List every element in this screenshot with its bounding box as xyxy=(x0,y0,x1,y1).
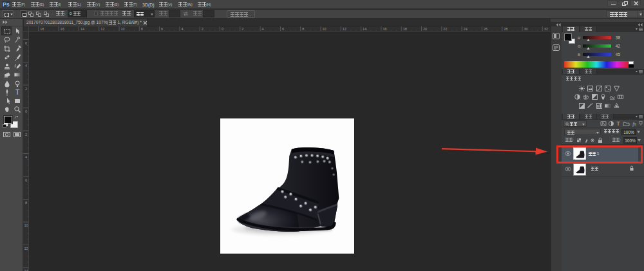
svg-text:T: T xyxy=(616,120,620,127)
svg-text:2: 2 xyxy=(25,133,27,136)
svg-text:6: 6 xyxy=(282,27,284,31)
svg-text:6: 6 xyxy=(25,178,27,182)
svg-text:6: 6 xyxy=(25,41,27,45)
svg-text:T: T xyxy=(15,88,19,96)
svg-text:12: 12 xyxy=(24,247,28,250)
svg-text:10: 10 xyxy=(24,223,28,227)
svg-text:8: 8 xyxy=(302,27,304,31)
svg-text:4: 4 xyxy=(181,27,183,31)
svg-text:8: 8 xyxy=(141,27,143,31)
svg-text:2: 2 xyxy=(202,27,204,31)
svg-text:fx: fx xyxy=(632,121,636,127)
svg-text:0: 0 xyxy=(222,27,223,31)
svg-text:4: 4 xyxy=(25,64,27,68)
svg-text:4: 4 xyxy=(25,155,27,159)
svg-text:2: 2 xyxy=(242,27,243,31)
svg-text:8: 8 xyxy=(25,201,27,205)
svg-text:4: 4 xyxy=(262,27,264,31)
svg-text:6: 6 xyxy=(161,27,163,31)
svg-text:0: 0 xyxy=(25,109,27,113)
svg-text:2: 2 xyxy=(25,87,27,91)
